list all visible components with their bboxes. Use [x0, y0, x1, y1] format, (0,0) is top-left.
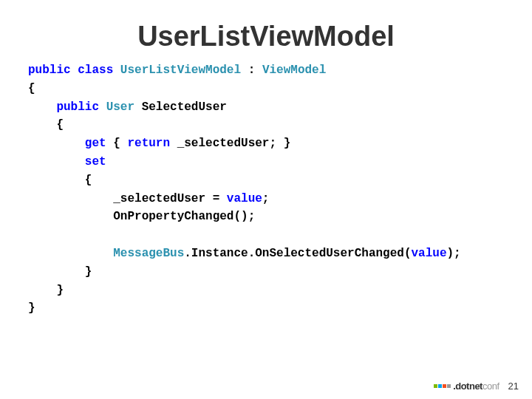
colon: : [241, 64, 262, 77]
page-number: 21 [508, 381, 519, 392]
code-text: _selectedUser = [28, 192, 227, 205]
type-msgbus: MessageBus [113, 247, 184, 260]
keyword-get: get [85, 137, 106, 150]
brace: { [28, 82, 35, 95]
slide-footer: .dotnetconf 21 [434, 381, 519, 392]
slide-title: UserListViewModel [0, 0, 532, 61]
code-text: OnPropertyChanged(); [28, 210, 255, 223]
type-name: UserListViewModel [120, 64, 241, 77]
dotnetconf-logo: .dotnetconf [434, 381, 499, 392]
type-user: User [106, 100, 134, 114]
keyword-public: public [28, 64, 71, 77]
brace: } [28, 265, 92, 279]
logo-squares-icon [434, 384, 451, 388]
brace: { [28, 174, 92, 187]
brace: { [28, 118, 64, 132]
keyword-value: value [227, 192, 262, 205]
code-block: public class UserListViewModel : ViewMod… [0, 61, 532, 318]
logo-text: .dotnetconf [453, 381, 499, 392]
brace: } [28, 301, 35, 315]
keyword-public: public [56, 100, 99, 114]
keyword-set: set [85, 155, 106, 168]
type-base: ViewModel [262, 64, 326, 77]
prop-name: SelectedUser [134, 100, 227, 114]
code-text: { [106, 137, 128, 150]
code-text: ); [447, 247, 461, 260]
code-text: ; [262, 192, 270, 205]
keyword-class: class [78, 64, 113, 77]
brace: } [28, 284, 64, 297]
keyword-value: value [411, 247, 446, 260]
code-text: _selectedUser; } [170, 137, 290, 150]
code-text: .Instance.OnSelectedUserChanged( [184, 247, 411, 260]
keyword-return: return [127, 137, 170, 150]
